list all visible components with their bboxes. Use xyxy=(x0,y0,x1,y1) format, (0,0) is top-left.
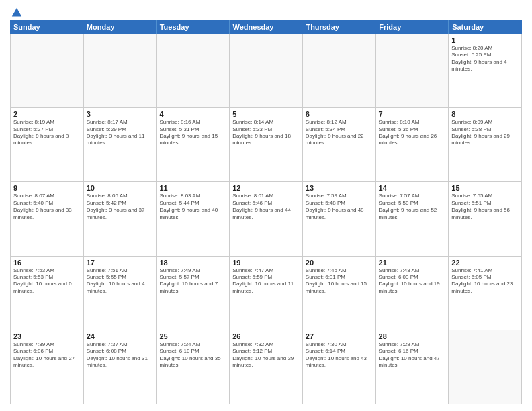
day-info: Sunrise: 8:17 AM Sunset: 5:29 PM Dayligh… xyxy=(87,119,154,147)
week-row-4: 16Sunrise: 7:53 AM Sunset: 5:53 PM Dayli… xyxy=(11,257,522,330)
day-info: Sunrise: 7:45 AM Sunset: 6:01 PM Dayligh… xyxy=(306,267,373,295)
cal-cell: 12Sunrise: 8:01 AM Sunset: 5:46 PM Dayli… xyxy=(230,182,303,256)
cal-cell: 2Sunrise: 8:19 AM Sunset: 5:27 PM Daylig… xyxy=(11,108,84,182)
day-number: 20 xyxy=(306,259,373,267)
day-number: 23 xyxy=(13,332,81,340)
day-number: 28 xyxy=(379,332,446,340)
cal-cell: 20Sunrise: 7:45 AM Sunset: 6:01 PM Dayli… xyxy=(303,257,376,330)
cal-cell: 9Sunrise: 8:07 AM Sunset: 5:40 PM Daylig… xyxy=(11,182,84,256)
day-number: 3 xyxy=(87,110,154,118)
week-row-5: 23Sunrise: 7:39 AM Sunset: 6:06 PM Dayli… xyxy=(11,330,522,404)
day-info: Sunrise: 8:05 AM Sunset: 5:42 PM Dayligh… xyxy=(87,193,154,221)
header-day-monday: Monday xyxy=(83,20,157,34)
cal-cell xyxy=(84,34,157,108)
day-info: Sunrise: 7:51 AM Sunset: 5:55 PM Dayligh… xyxy=(87,267,154,295)
day-number: 16 xyxy=(13,259,81,267)
day-number: 22 xyxy=(451,259,519,267)
logo-icon xyxy=(11,7,23,19)
cal-cell: 6Sunrise: 8:12 AM Sunset: 5:34 PM Daylig… xyxy=(303,108,376,182)
calendar-header: SundayMondayTuesdayWednesdayThursdayFrid… xyxy=(10,20,522,34)
day-info: Sunrise: 8:07 AM Sunset: 5:40 PM Dayligh… xyxy=(13,193,81,221)
cal-cell: 8Sunrise: 8:09 AM Sunset: 5:38 PM Daylig… xyxy=(449,108,522,182)
page: SundayMondayTuesdayWednesdayThursdayFrid… xyxy=(0,0,532,411)
header-day-tuesday: Tuesday xyxy=(157,20,230,34)
day-info: Sunrise: 7:37 AM Sunset: 6:08 PM Dayligh… xyxy=(87,341,154,369)
day-info: Sunrise: 8:12 AM Sunset: 5:34 PM Dayligh… xyxy=(306,119,373,147)
day-number: 6 xyxy=(306,110,373,118)
header xyxy=(10,7,522,16)
day-info: Sunrise: 8:19 AM Sunset: 5:27 PM Dayligh… xyxy=(13,119,81,147)
calendar: SundayMondayTuesdayWednesdayThursdayFrid… xyxy=(10,20,522,404)
day-info: Sunrise: 7:39 AM Sunset: 6:06 PM Dayligh… xyxy=(13,341,81,369)
logo xyxy=(10,7,23,16)
day-info: Sunrise: 8:09 AM Sunset: 5:38 PM Dayligh… xyxy=(451,119,519,147)
cal-cell xyxy=(303,34,376,108)
day-info: Sunrise: 8:16 AM Sunset: 5:31 PM Dayligh… xyxy=(159,119,226,147)
day-info: Sunrise: 7:41 AM Sunset: 6:05 PM Dayligh… xyxy=(451,267,519,295)
cal-cell: 15Sunrise: 7:55 AM Sunset: 5:51 PM Dayli… xyxy=(449,182,522,256)
header-day-sunday: Sunday xyxy=(10,20,83,34)
day-number: 14 xyxy=(379,184,446,192)
cal-cell: 25Sunrise: 7:34 AM Sunset: 6:10 PM Dayli… xyxy=(157,330,230,404)
cal-cell xyxy=(230,34,303,108)
cal-cell: 24Sunrise: 7:37 AM Sunset: 6:08 PM Dayli… xyxy=(84,330,157,404)
day-number: 19 xyxy=(232,259,300,267)
week-row-2: 2Sunrise: 8:19 AM Sunset: 5:27 PM Daylig… xyxy=(11,108,522,182)
day-number: 11 xyxy=(159,184,226,192)
day-info: Sunrise: 7:49 AM Sunset: 5:57 PM Dayligh… xyxy=(159,267,226,295)
day-number: 8 xyxy=(451,110,519,118)
day-info: Sunrise: 7:57 AM Sunset: 5:50 PM Dayligh… xyxy=(379,193,446,221)
cal-cell: 10Sunrise: 8:05 AM Sunset: 5:42 PM Dayli… xyxy=(84,182,157,256)
day-number: 24 xyxy=(87,332,154,340)
day-info: Sunrise: 8:20 AM Sunset: 5:25 PM Dayligh… xyxy=(451,45,519,73)
day-number: 9 xyxy=(13,184,81,192)
day-info: Sunrise: 7:59 AM Sunset: 5:48 PM Dayligh… xyxy=(306,193,373,221)
cal-cell: 16Sunrise: 7:53 AM Sunset: 5:53 PM Dayli… xyxy=(11,257,84,330)
day-number: 13 xyxy=(306,184,373,192)
day-info: Sunrise: 7:34 AM Sunset: 6:10 PM Dayligh… xyxy=(159,341,226,369)
cal-cell: 28Sunrise: 7:28 AM Sunset: 6:16 PM Dayli… xyxy=(376,330,449,404)
day-number: 18 xyxy=(159,259,226,267)
cal-cell: 22Sunrise: 7:41 AM Sunset: 6:05 PM Dayli… xyxy=(449,257,522,330)
day-info: Sunrise: 7:32 AM Sunset: 6:12 PM Dayligh… xyxy=(232,341,300,369)
day-info: Sunrise: 7:53 AM Sunset: 5:53 PM Dayligh… xyxy=(13,267,81,295)
cal-cell: 23Sunrise: 7:39 AM Sunset: 6:06 PM Dayli… xyxy=(11,330,84,404)
cal-cell xyxy=(157,34,230,108)
day-info: Sunrise: 7:47 AM Sunset: 5:59 PM Dayligh… xyxy=(232,267,300,295)
cal-cell: 18Sunrise: 7:49 AM Sunset: 5:57 PM Dayli… xyxy=(157,257,230,330)
day-info: Sunrise: 8:10 AM Sunset: 5:36 PM Dayligh… xyxy=(379,119,446,147)
cal-cell: 11Sunrise: 8:03 AM Sunset: 5:44 PM Dayli… xyxy=(157,182,230,256)
day-number: 12 xyxy=(232,184,300,192)
cal-cell: 13Sunrise: 7:59 AM Sunset: 5:48 PM Dayli… xyxy=(303,182,376,256)
cal-cell: 27Sunrise: 7:30 AM Sunset: 6:14 PM Dayli… xyxy=(303,330,376,404)
cal-cell: 21Sunrise: 7:43 AM Sunset: 6:03 PM Dayli… xyxy=(376,257,449,330)
day-number: 1 xyxy=(451,36,519,44)
day-info: Sunrise: 8:14 AM Sunset: 5:33 PM Dayligh… xyxy=(232,119,300,147)
day-info: Sunrise: 8:03 AM Sunset: 5:44 PM Dayligh… xyxy=(159,193,226,221)
day-number: 5 xyxy=(232,110,300,118)
day-number: 17 xyxy=(87,259,154,267)
cal-cell: 19Sunrise: 7:47 AM Sunset: 5:59 PM Dayli… xyxy=(230,257,303,330)
day-number: 10 xyxy=(87,184,154,192)
header-day-wednesday: Wednesday xyxy=(230,20,303,34)
cal-cell xyxy=(449,330,522,404)
calendar-body: 1Sunrise: 8:20 AM Sunset: 5:25 PM Daylig… xyxy=(10,34,522,404)
day-number: 2 xyxy=(13,110,81,118)
day-number: 21 xyxy=(379,259,446,267)
header-day-thursday: Thursday xyxy=(302,20,375,34)
cal-cell: 3Sunrise: 8:17 AM Sunset: 5:29 PM Daylig… xyxy=(84,108,157,182)
cal-cell: 26Sunrise: 7:32 AM Sunset: 6:12 PM Dayli… xyxy=(230,330,303,404)
cal-cell xyxy=(11,34,84,108)
cal-cell: 17Sunrise: 7:51 AM Sunset: 5:55 PM Dayli… xyxy=(84,257,157,330)
day-info: Sunrise: 7:30 AM Sunset: 6:14 PM Dayligh… xyxy=(306,341,373,369)
day-number: 4 xyxy=(159,110,226,118)
header-day-friday: Friday xyxy=(375,20,449,34)
day-info: Sunrise: 7:55 AM Sunset: 5:51 PM Dayligh… xyxy=(451,193,519,221)
cal-cell: 5Sunrise: 8:14 AM Sunset: 5:33 PM Daylig… xyxy=(230,108,303,182)
day-number: 27 xyxy=(306,332,373,340)
cal-cell xyxy=(376,34,449,108)
week-row-3: 9Sunrise: 8:07 AM Sunset: 5:40 PM Daylig… xyxy=(11,182,522,256)
day-number: 15 xyxy=(451,184,519,192)
header-day-saturday: Saturday xyxy=(449,20,522,34)
week-row-1: 1Sunrise: 8:20 AM Sunset: 5:25 PM Daylig… xyxy=(11,34,522,108)
